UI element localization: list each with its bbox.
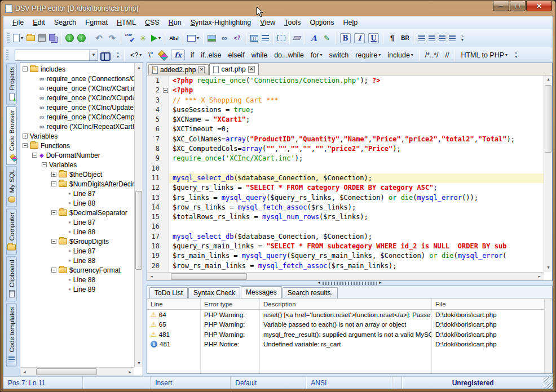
tree-node[interactable]: −$GroupDigits: [21, 237, 134, 246]
tree-node[interactable]: require_once ('XCInc/XCempl: [21, 112, 134, 122]
collapse-icon[interactable]: −: [32, 153, 37, 158]
save-file-button[interactable]: [37, 33, 47, 43]
resize-grip[interactable]: [544, 377, 553, 389]
menu-file[interactable]: File: [8, 17, 28, 28]
dropdown-caret-icon[interactable]: ▾: [21, 35, 23, 41]
align-center-button[interactable]: [427, 34, 437, 42]
snippet--button[interactable]: /*..*/: [422, 50, 442, 61]
tree-node[interactable]: +Variables: [21, 131, 134, 141]
editor-tab-added2php[interactable]: added2.php✕: [148, 64, 209, 75]
scroll-up-icon[interactable]: ▲: [135, 63, 143, 72]
scroll-thumb[interactable]: [545, 85, 551, 153]
tree-node[interactable]: Line 88: [21, 256, 134, 265]
tree-node[interactable]: Line 88: [21, 227, 134, 237]
search-input[interactable]: [15, 51, 89, 60]
collapse-icon[interactable]: −: [51, 181, 56, 186]
tree-node[interactable]: require_once ('XCInc/Update: [21, 103, 134, 112]
bottom-tab-messages[interactable]: Messages: [241, 286, 282, 298]
tree-node[interactable]: Line 89: [21, 284, 134, 294]
scroll-right-icon[interactable]: ►: [126, 368, 134, 376]
align-left-button[interactable]: [417, 34, 427, 42]
tree-node[interactable]: require_once ('XCInc/XCart.in: [21, 83, 134, 93]
expand-icon[interactable]: +: [51, 172, 56, 177]
toolbar-overflow-button-2[interactable]: »▼: [512, 48, 520, 62]
tree-node[interactable]: −Functions: [21, 141, 134, 150]
scroll-left-icon[interactable]: ◄: [20, 368, 29, 376]
snippet-ifelse-button[interactable]: if..else: [197, 50, 224, 61]
sidebar-tab-computer[interactable]: Computer: [6, 209, 17, 255]
snippet-for-button[interactable]: for▾: [307, 50, 326, 61]
messages-scrollbar[interactable]: [544, 299, 551, 373]
dropdown-caret-icon[interactable]: ▾: [411, 52, 413, 57]
snippet-switch-button[interactable]: switch: [326, 50, 352, 61]
column-header[interactable]: Description: [260, 299, 432, 309]
menu-options[interactable]: Options: [305, 17, 338, 28]
tree-node[interactable]: −Variables: [21, 160, 134, 170]
sidebar-tab-projects[interactable]: Projects: [6, 64, 17, 105]
toolbar-overflow-button[interactable]: »▼: [114, 48, 122, 62]
dropdown-caret-icon[interactable]: ▾: [505, 52, 508, 57]
dropdown-caret-icon[interactable]: ▾: [378, 52, 381, 57]
sort-lines-button[interactable]: [167, 33, 180, 44]
snippet--button[interactable]: \": [145, 50, 156, 61]
snippet-htmltophp-button[interactable]: HTML to PHP▾: [457, 50, 511, 61]
italic-button[interactable]: [352, 32, 367, 44]
collapse-icon[interactable]: −: [23, 66, 28, 72]
sidebar-tab-code-browser[interactable]: Code Browser: [6, 106, 17, 165]
splitter-grip-icon[interactable]: [323, 282, 377, 285]
scroll-up-icon[interactable]: ▲: [544, 75, 552, 84]
bold-button[interactable]: [338, 32, 352, 44]
expand-icon[interactable]: +: [23, 133, 28, 139]
snippet-dowhile-button[interactable]: do...while: [271, 50, 307, 61]
message-row[interactable]: ⚠65PHP Warning:Variable passed to each()…: [147, 320, 544, 330]
scroll-left-icon[interactable]: ◄: [147, 273, 156, 280]
snippet-if-button[interactable]: if: [187, 50, 197, 61]
font-button[interactable]: [307, 33, 320, 44]
snippet-while-button[interactable]: while: [248, 50, 271, 61]
align-right-button[interactable]: [437, 34, 447, 42]
editor-horizontal-scrollbar[interactable]: ◄ ►: [147, 272, 544, 280]
paragraph-button[interactable]: [386, 33, 399, 44]
fold-collapse-icon[interactable]: −: [163, 88, 168, 93]
tree-node[interactable]: Line 87: [21, 217, 134, 227]
snippet--button[interactable]: <?▾: [127, 50, 145, 61]
code-area[interactable]: 1<?php require_once('Connections/Conecti…: [147, 75, 552, 280]
collapse-icon[interactable]: −: [51, 239, 56, 244]
minimize-button[interactable]: ─: [493, 1, 509, 11]
dropdown-caret-icon[interactable]: ▾: [158, 35, 161, 41]
eraser-button[interactable]: [292, 35, 302, 41]
toolbar-overflow-button[interactable]: »▼: [458, 32, 466, 45]
save-all-button[interactable]: [47, 35, 59, 42]
tree-node[interactable]: −$NumDigitsAfterDecim: [21, 179, 134, 189]
tree-vertical-scrollbar[interactable]: ▲ ▼: [134, 63, 143, 367]
sidebar-tab-clipboard[interactable]: Clipboard: [6, 256, 17, 301]
align-justify-button[interactable]: [447, 34, 457, 42]
collapse-icon[interactable]: −: [42, 162, 47, 167]
collapse-icon[interactable]: −: [23, 143, 28, 148]
code-diamonds-icon[interactable]: [158, 51, 167, 59]
scroll-down-icon[interactable]: ▼: [135, 359, 143, 367]
collapse-icon[interactable]: −: [51, 210, 56, 215]
tree-node[interactable]: Line 88: [21, 275, 134, 284]
tree-node[interactable]: −$currencyFormat: [21, 265, 134, 275]
search-combobox[interactable]: ▼: [15, 50, 98, 61]
text-color-button[interactable]: [320, 33, 333, 44]
menu-run[interactable]: Run: [164, 17, 186, 28]
insert-list-button[interactable]: [260, 34, 271, 42]
tab-close-icon[interactable]: ✕: [198, 66, 205, 73]
tree-node[interactable]: −DoFormatNumber: [21, 150, 134, 160]
snippet--button[interactable]: //: [442, 50, 452, 61]
tree-node[interactable]: Line 87: [21, 246, 134, 256]
upload-button[interactable]: ↑: [76, 33, 87, 43]
editor-tab-cartphp[interactable]: cart.php✕: [209, 63, 258, 75]
tree-node[interactable]: +$theObject: [21, 170, 134, 179]
insert-php-block-button[interactable]: [231, 33, 244, 44]
run-debug-button[interactable]: [136, 33, 149, 44]
download-button[interactable]: ↓: [64, 33, 76, 43]
menu-edit[interactable]: Edit: [28, 17, 50, 28]
bottom-tab-searchresults[interactable]: Search results.: [283, 287, 338, 298]
message-row[interactable]: ⚠64PHP Warning:reset() [<a href='functio…: [147, 310, 544, 320]
scroll-thumb[interactable]: [135, 191, 142, 270]
column-header[interactable]: Line: [147, 299, 201, 309]
close-button[interactable]: ✕: [526, 1, 552, 11]
